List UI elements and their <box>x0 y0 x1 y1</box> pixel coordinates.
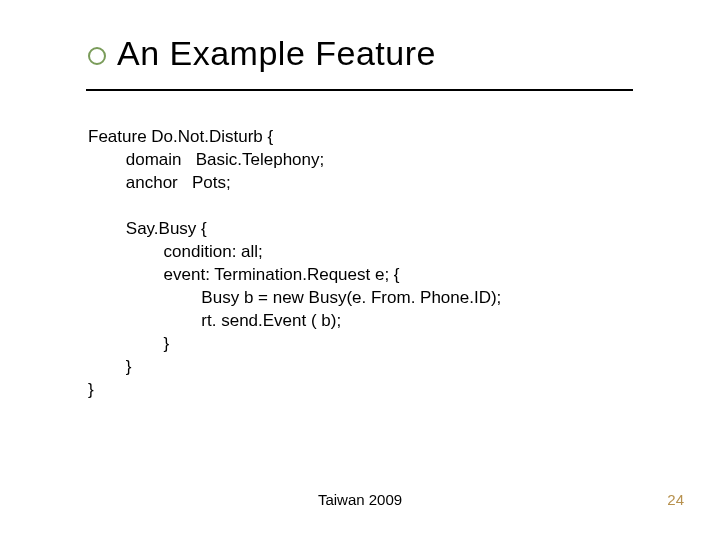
title-bullet-icon <box>88 47 106 65</box>
feature-code-block: Feature Do.Not.Disturb { domain Basic.Te… <box>88 125 638 401</box>
slide-footer: Taiwan 2009 <box>0 491 720 508</box>
slide-title: An Example Feature <box>117 34 436 73</box>
title-rule <box>86 89 633 91</box>
page-number: 24 <box>667 491 684 508</box>
